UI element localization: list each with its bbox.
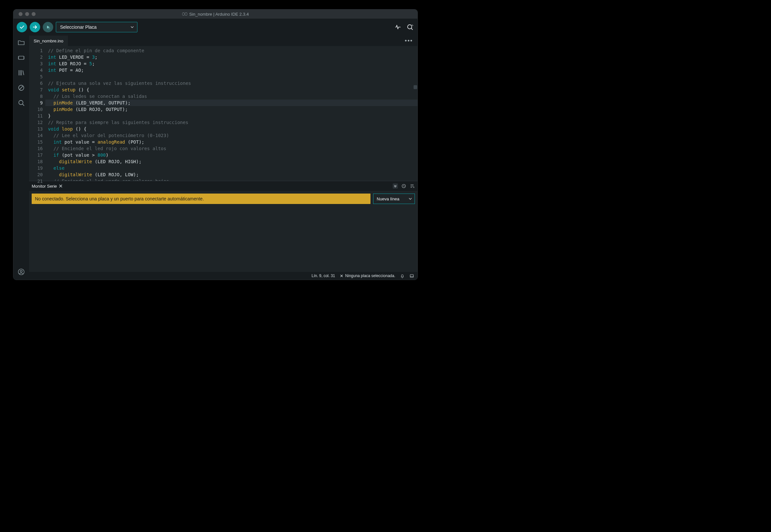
board-icon (17, 54, 25, 62)
close-icon: ✕ (340, 274, 343, 278)
status-cursor-position[interactable]: Lín. 9, col. 31 (312, 274, 335, 278)
editor-tab-active[interactable]: Sin_nombre.ino (29, 36, 68, 46)
verify-button[interactable] (17, 22, 27, 32)
library-icon (17, 69, 25, 77)
boards-manager-button[interactable] (17, 54, 25, 62)
traffic-minimize[interactable] (25, 12, 29, 16)
clear-lines-icon (410, 183, 415, 189)
search-view-button[interactable] (17, 99, 25, 107)
account-button[interactable] (17, 268, 25, 276)
line-gutter: 123456789101112131415161718192021 (29, 46, 45, 181)
bell-icon (400, 274, 405, 278)
chevrons-down-icon (394, 184, 397, 188)
search-icon (17, 99, 25, 107)
titlebar: Sin_nombre | Arduino IDE 2.3.4 (13, 9, 417, 19)
board-select-label: Seleccionar Placa (60, 24, 97, 30)
chevron-down-icon (131, 25, 134, 29)
folder-icon (17, 39, 25, 47)
play-bug-icon (45, 24, 51, 30)
code-editor[interactable]: 123456789101112131415161718192021 // Def… (29, 46, 417, 181)
no-entry-icon (17, 84, 25, 92)
toolbar: Seleccionar Placa (13, 19, 417, 36)
user-circle-icon (17, 268, 25, 276)
svg-point-3 (413, 25, 413, 26)
window-controls (19, 12, 36, 16)
traffic-zoom[interactable] (32, 12, 36, 16)
svg-rect-10 (410, 274, 414, 277)
panel-toggle-timestamp[interactable] (401, 183, 406, 189)
board-select-dropdown[interactable]: Seleccionar Placa (56, 22, 137, 32)
panel-tab-close[interactable] (59, 184, 63, 188)
editor-tabs: Sin_nombre.ino ••• (29, 36, 417, 46)
notifications-button[interactable] (400, 274, 405, 278)
status-board-group[interactable]: ✕ Ninguna placa seleccionada. (340, 274, 395, 278)
panel-tab-bar: Monitor Serie (29, 181, 417, 191)
status-bar: Lín. 9, col. 31 ✕ Ninguna placa seleccio… (29, 272, 417, 280)
line-ending-dropdown[interactable]: Nueva línea (373, 194, 415, 204)
status-board-text: Ninguna placa seleccionada. (345, 274, 395, 278)
panel-toggle-autoscroll[interactable] (393, 183, 398, 189)
clock-icon (401, 183, 406, 189)
pulse-icon (395, 24, 401, 30)
chevron-down-icon (409, 197, 412, 200)
serial-monitor-button[interactable] (406, 23, 414, 31)
svg-point-1 (408, 25, 412, 29)
upload-button[interactable] (30, 22, 40, 32)
window-title: Sin_nombre | Arduino IDE 2.3.4 (13, 12, 417, 17)
svg-rect-4 (19, 56, 24, 59)
app-window: Sin_nombre | Arduino IDE 2.3.4 Seleccion… (13, 9, 418, 280)
code-content[interactable]: // Define el pin de cada componenteint L… (45, 46, 417, 181)
toggle-panel-button[interactable] (409, 274, 414, 278)
arduino-logo-icon (182, 12, 187, 16)
svg-point-8 (20, 270, 22, 272)
line-ending-label: Nueva línea (377, 196, 399, 201)
traffic-close[interactable] (19, 12, 23, 16)
svg-point-2 (412, 25, 412, 25)
ellipsis-icon: ••• (405, 38, 413, 44)
debug-button[interactable] (43, 22, 53, 32)
svg-point-0 (48, 27, 50, 29)
close-icon (59, 184, 63, 188)
debug-view-button[interactable] (17, 84, 25, 92)
svg-point-6 (19, 101, 23, 105)
editor-scrollbar-thumb[interactable] (414, 85, 417, 89)
serial-warning-text: No conectado. Selecciona una placa y un … (35, 196, 204, 201)
sketchbook-button[interactable] (17, 39, 25, 47)
library-manager-button[interactable] (17, 69, 25, 77)
check-icon (19, 24, 25, 30)
serial-warning-banner: No conectado. Selecciona una placa y un … (32, 194, 370, 204)
bottom-panel: Monitor Serie (29, 181, 417, 272)
arrow-right-icon (32, 24, 38, 30)
tab-filename: Sin_nombre.ino (34, 39, 63, 43)
activity-bar (13, 36, 29, 280)
serial-plotter-button[interactable] (395, 24, 401, 30)
layout-panel-icon (409, 274, 414, 278)
magnify-dots-icon (406, 23, 414, 31)
tab-overflow-button[interactable]: ••• (405, 36, 415, 46)
panel-clear-output[interactable] (410, 183, 415, 189)
